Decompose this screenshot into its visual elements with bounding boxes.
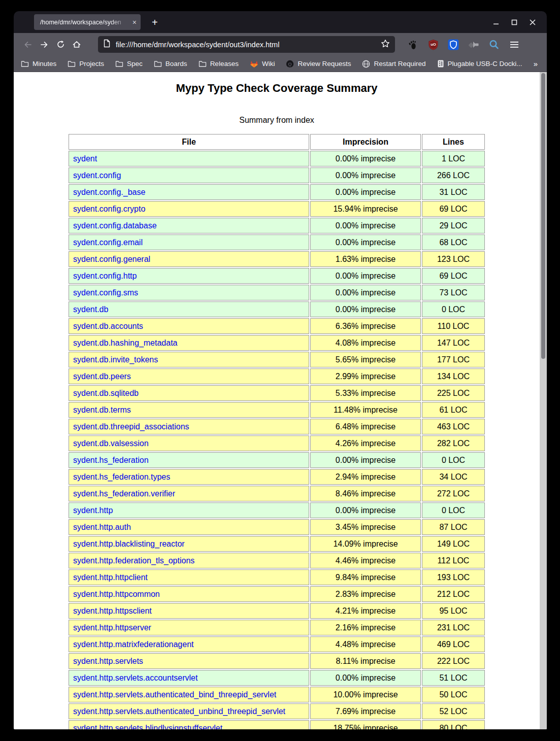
module-link[interactable]: sydent.config._base [73, 188, 145, 196]
new-tab-button[interactable]: + [152, 17, 158, 27]
module-link[interactable]: sydent.config.sms [73, 288, 138, 297]
vertical-scrollbar[interactable] [540, 72, 547, 729]
imprecision-cell: 4.46% imprecise [310, 553, 421, 568]
maximize-button[interactable] [511, 19, 517, 25]
module-link[interactable]: sydent.db [73, 305, 108, 314]
table-row: sydent.http.auth3.45% imprecise87 LOC [69, 519, 485, 535]
imprecision-cell: 0.00% imprecise [310, 670, 421, 686]
reload-icon[interactable] [52, 37, 69, 52]
bookmark-boards[interactable]: Boards [154, 60, 187, 68]
table-row: sydent.db.hashing_metadata4.08% imprecis… [69, 335, 485, 351]
imprecision-cell: 4.21% imprecise [310, 603, 421, 619]
module-link[interactable]: sydent.http.httpsclient [73, 607, 152, 615]
bookmark-projects[interactable]: Projects [68, 60, 104, 68]
module-link[interactable]: sydent.http.servlets.accountservlet [73, 673, 197, 682]
module-link[interactable]: sydent.http.httpcommon [73, 590, 160, 598]
table-row: sydent.http.httpcommon2.83% imprecise212… [69, 586, 485, 602]
module-link[interactable]: sydent.http.matrixfederationagent [73, 640, 193, 649]
module-link[interactable]: sydent.http.servlets.authenticated_bind_… [73, 690, 276, 699]
module-link[interactable]: sydent.config.database [73, 221, 157, 230]
page-icon [103, 39, 111, 50]
table-row: sydent.http.blacklisting_reactor14.09% i… [69, 536, 485, 552]
module-link[interactable]: sydent.http.servlets.authenticated_unbin… [73, 707, 285, 716]
lines-cell: 0 LOC [422, 301, 485, 317]
module-link[interactable]: sydent.config.email [73, 238, 143, 247]
file-cell: sydent.db.valsession [69, 435, 309, 451]
module-link[interactable]: sydent.db.valsession [73, 439, 149, 448]
imprecision-cell: 4.48% imprecise [310, 636, 421, 652]
url-bar[interactable]: file:///home/dmr/workspace/sydent/out3/i… [98, 36, 395, 53]
module-link[interactable]: sydent.config [73, 171, 121, 180]
module-link[interactable]: sydent.http [73, 506, 113, 515]
file-cell: sydent.http.servlets.accountservlet [69, 670, 309, 686]
bookmark-plugable-dock[interactable]: Plugable USB-C Docki... [437, 60, 522, 68]
bookmark-restart-required[interactable]: Restart Required [362, 60, 425, 68]
file-cell: sydent.db.hashing_metadata [69, 335, 309, 351]
imprecision-cell: 18.75% imprecise [310, 720, 421, 729]
module-link[interactable]: sydent.db.peers [73, 372, 131, 381]
ublock-origin-icon[interactable]: uO [426, 38, 440, 51]
table-row: sydent.db.invite_tokens5.65% imprecise17… [69, 352, 485, 367]
lines-cell: 272 LOC [422, 486, 485, 501]
module-link[interactable]: sydent.db.hashing_metadata [73, 339, 177, 347]
forward-button[interactable] [36, 37, 52, 52]
table-row: sydent.config.http0.00% imprecise69 LOC [69, 268, 485, 284]
module-link[interactable]: sydent.config.http [73, 272, 137, 280]
bookmark-releases[interactable]: Releases [199, 60, 239, 68]
bookmark-wiki[interactable]: Wiki [250, 60, 275, 68]
module-link[interactable]: sydent.hs_federation [73, 456, 149, 464]
table-row: sydent.db.sqlitedb5.33% imprecise225 LOC [69, 385, 485, 401]
file-cell: sydent.http.servlets [69, 653, 309, 669]
menu-icon[interactable] [508, 38, 521, 51]
module-link[interactable]: sydent.http.blacklisting_reactor [73, 540, 185, 548]
module-link[interactable]: sydent.http.servlets [73, 657, 143, 665]
module-link[interactable]: sydent.http.httpclient [73, 573, 148, 582]
home-button[interactable] [69, 37, 85, 52]
imprecision-cell: 14.09% imprecise [310, 536, 421, 552]
table-row: sydent.db.threepid_associations6.48% imp… [69, 419, 485, 434]
module-link[interactable]: sydent.http.federation_tls_options [73, 556, 194, 565]
module-link[interactable]: sydent.config.general [73, 255, 150, 263]
bookmark-review-requests[interactable]: Review Requests [286, 60, 351, 68]
gnome-extension-icon[interactable] [406, 38, 419, 51]
module-link[interactable]: sydent.hs_federation.types [73, 473, 170, 481]
search-icon[interactable] [487, 38, 501, 51]
module-link[interactable]: sydent.db.terms [73, 406, 131, 414]
bookmark-spec[interactable]: Spec [115, 60, 143, 68]
table-row: sydent.hs_federation.verifier8.46% impre… [69, 486, 485, 501]
module-link[interactable]: sydent.http.auth [73, 523, 131, 531]
close-button[interactable] [530, 19, 536, 25]
module-link[interactable]: sydent.db.accounts [73, 322, 143, 330]
tab-close-icon[interactable]: × [133, 18, 137, 26]
module-link[interactable]: sydent.hs_federation.verifier [73, 489, 175, 498]
extension-icon[interactable] [467, 38, 480, 51]
back-button[interactable] [20, 37, 36, 52]
imprecision-cell: 0.00% imprecise [310, 285, 421, 300]
bookmark-star-icon[interactable] [381, 39, 390, 50]
file-cell: sydent.db [69, 301, 309, 317]
minimize-button[interactable] [493, 19, 499, 25]
bookmark-minutes[interactable]: Minutes [21, 60, 56, 68]
lines-cell: 212 LOC [422, 586, 485, 602]
module-link[interactable]: sydent.db.threepid_associations [73, 422, 189, 431]
file-cell: sydent.hs_federation.types [69, 469, 309, 485]
table-row: sydent.http.federation_tls_options4.46% … [69, 553, 485, 568]
scrollbar-thumb[interactable] [541, 73, 545, 359]
bookmarks-overflow-chevron[interactable]: » [534, 59, 538, 68]
bitwarden-icon[interactable] [447, 38, 460, 51]
module-link[interactable]: sydent.db.invite_tokens [73, 355, 158, 364]
module-link[interactable]: sydent.db.sqlitedb [73, 389, 139, 397]
imprecision-cell: 0.00% imprecise [310, 234, 421, 250]
table-row: sydent.config0.00% imprecise266 LOC [69, 167, 485, 183]
browser-tab[interactable]: /home/dmr/workspace/syden × [34, 14, 141, 30]
lines-cell: 69 LOC [422, 268, 485, 284]
imprecision-cell: 1.63% imprecise [310, 251, 421, 267]
module-link[interactable]: sydent.config.crypto [73, 205, 145, 213]
coverage-table-body: sydent0.00% imprecise1 LOCsydent.config0… [69, 151, 485, 729]
module-link[interactable]: sydent.http.httpserver [73, 623, 151, 632]
imprecision-cell: 11.48% imprecise [310, 402, 421, 418]
module-link[interactable]: sydent.http.servlets.blindlysignstuffser… [73, 724, 222, 729]
imprecision-cell: 4.08% imprecise [310, 335, 421, 351]
module-link[interactable]: sydent [73, 154, 97, 163]
file-cell: sydent.hs_federation [69, 452, 309, 468]
